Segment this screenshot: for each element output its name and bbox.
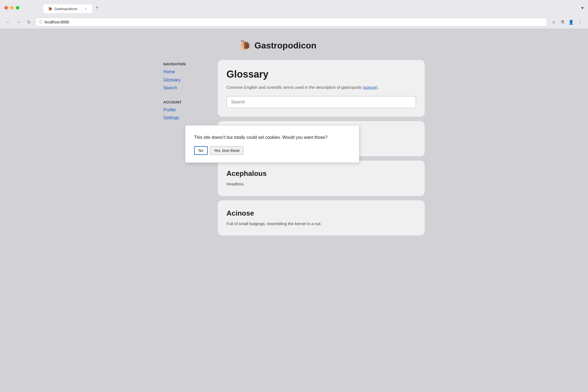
term-title-1: Acephalous [226,169,416,178]
browser-chrome: 🐌 Gastropodicon × + ▾ ← → ↻ ⓘ localhost:… [0,0,588,29]
menu-button[interactable]: ⋮ [576,18,584,26]
cookie-no-button[interactable]: No [194,146,208,155]
glossary-search-input[interactable] [226,96,416,108]
navigation-section-label: NAVIGATION [163,62,207,66]
tab-title: Gastropodicon [54,7,81,11]
bookmark-button[interactable]: ☆ [550,18,558,26]
back-button[interactable]: ← [4,18,12,26]
flask-button[interactable]: ⚗ [559,18,566,26]
sidebar-item-home[interactable]: Home [163,68,207,75]
tab-close-button[interactable]: × [84,7,88,11]
description-text: Common English and scientific terms used… [226,85,364,90]
description-end: ). [376,85,379,90]
tab-favicon: 🐌 [48,7,52,11]
reload-button[interactable]: ↻ [25,18,33,26]
search-link[interactable]: Search [163,85,177,90]
address-bar[interactable]: ⓘ localhost:8080 [35,18,547,26]
traffic-lights [4,6,19,10]
term-card-2: Acinose Full of small bulgings; resembli… [218,200,425,236]
cookie-dialog-overlay: This site doesn't but totally could set … [185,125,359,163]
maximize-window-button[interactable] [16,6,19,10]
cookie-message: This site doesn't but totally could set … [194,134,350,141]
profile-button[interactable]: 👤 [567,18,575,26]
dropdown-icon[interactable]: ▾ [581,5,584,11]
site-logo: 🐌 [239,40,251,51]
page: 🐌 Gastropodicon NAVIGATION Home Glossary… [0,29,588,392]
navigation-nav: Home Glossary Search [163,68,207,91]
glossary-link[interactable]: Glossary [163,78,180,82]
term-card-1: Acephalous Headless. [218,161,425,196]
forward-button[interactable]: → [15,18,22,26]
glossary-card: Glossary Common English and scientific t… [218,60,425,117]
tab-bar: 🐌 Gastropodicon × + [39,3,105,13]
sidebar-item-profile[interactable]: Profile [163,106,207,114]
glossary-description: Common English and scientific terms used… [226,84,416,91]
profile-link[interactable]: Profile [163,108,176,112]
nav-actions: ☆ ⚗ 👤 ⋮ [550,18,584,26]
account-section-label: ACCOUNT [163,100,207,104]
account-nav: Profile Settings [163,106,207,121]
address-info-icon: ⓘ [39,20,42,24]
address-text: localhost:8080 [45,20,544,24]
term-def-1: Headless. [226,181,416,187]
cookie-buttons: No Yes, love those [194,146,350,155]
new-tab-button[interactable]: + [93,3,101,13]
close-window-button[interactable] [4,6,8,10]
content-area: NAVIGATION Home Glossary Search ACCOUNT … [163,60,425,235]
browser-titlebar: 🐌 Gastropodicon × + ▾ [0,0,588,16]
term-def-2: Full of small bulgings; resembling the k… [226,221,416,227]
minimize-window-button[interactable] [10,6,14,10]
sidebar-item-search[interactable]: Search [163,84,207,91]
site-title: Gastropodicon [255,41,317,51]
settings-link[interactable]: Settings [163,115,179,120]
home-link[interactable]: Home [163,69,175,74]
main-content: Glossary Common English and scientific t… [218,60,425,235]
site-header: 🐌 Gastropodicon [239,40,317,51]
active-tab[interactable]: 🐌 Gastropodicon × [43,4,92,13]
glossary-title: Glossary [226,69,416,80]
cookie-yes-button[interactable]: Yes, love those [210,146,244,155]
source-link[interactable]: source [364,85,376,90]
cookie-dialog: This site doesn't but totally could set … [185,125,359,163]
term-title-2: Acinose [226,209,416,218]
sidebar-item-glossary[interactable]: Glossary [163,76,207,84]
browser-navbar: ← → ↻ ⓘ localhost:8080 ☆ ⚗ 👤 ⋮ [0,16,588,29]
sidebar-item-settings[interactable]: Settings [163,114,207,121]
